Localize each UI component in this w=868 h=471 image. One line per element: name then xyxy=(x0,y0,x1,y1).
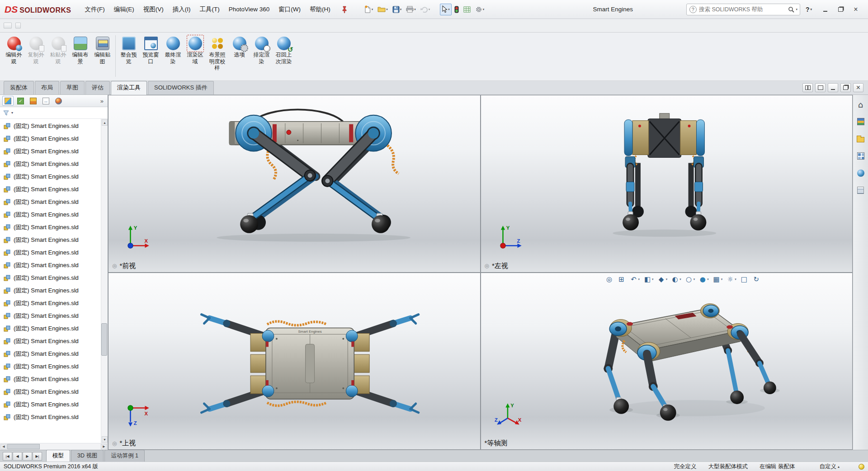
customize-menu[interactable]: 自定义 ▴ xyxy=(819,463,840,471)
tab-scroll-button[interactable]: |◀ xyxy=(3,452,12,461)
graphics-window-control[interactable] xyxy=(853,83,863,92)
tree-item[interactable]: (固定) Smart Engines.sld xyxy=(0,272,101,284)
feature-manager-tab-displaymanager[interactable] xyxy=(53,96,64,106)
tree-item[interactable]: (固定) Smart Engines.sld xyxy=(0,132,101,145)
menu-item[interactable]: 文件(F) xyxy=(80,4,109,15)
scrollbar-thumb[interactable] xyxy=(101,323,107,356)
menu-item[interactable]: 视图(V) xyxy=(139,4,168,15)
window-control-button[interactable] xyxy=(817,3,833,16)
ribbon-button[interactable]: 整合预览 xyxy=(118,34,140,79)
ribbon-button[interactable]: 粘贴外观 xyxy=(47,34,69,79)
command-tab[interactable]: 装配体 xyxy=(4,81,34,94)
ribbon-button[interactable]: 渲染区域 xyxy=(184,34,206,79)
scroll-right-arrow[interactable]: ▶ xyxy=(101,444,107,449)
tree-item[interactable]: (固定) Smart Engines.sld xyxy=(0,196,101,208)
filter-funnel-icon[interactable] xyxy=(3,110,9,116)
menu-item[interactable]: 插入(I) xyxy=(168,4,195,15)
save-button[interactable]: ▾ xyxy=(391,4,404,15)
options-button[interactable]: ▾ xyxy=(473,4,486,15)
window-control-button[interactable] xyxy=(833,3,848,16)
filter-dropdown-caret[interactable]: ▾ xyxy=(11,111,13,115)
command-tab[interactable]: 布局 xyxy=(35,81,59,94)
tab-scroll-button[interactable]: ▶ xyxy=(23,452,32,461)
command-tab[interactable]: 评估 xyxy=(85,81,110,94)
scroll-down-arrow[interactable]: ▼ xyxy=(102,436,108,443)
tree-item[interactable]: (固定) Smart Engines.sld xyxy=(0,246,101,259)
tree-item[interactable]: (固定) Smart Engines.sld xyxy=(0,386,101,398)
search-input[interactable] xyxy=(699,6,786,13)
help-button[interactable]: ?▾ xyxy=(806,6,812,13)
document-tab[interactable]: 运动算例 1 xyxy=(104,450,144,462)
scrollbar-thumb[interactable] xyxy=(7,444,40,449)
tree-item[interactable]: (固定) Smart Engines.sld xyxy=(0,158,101,170)
menu-item[interactable]: 窗口(W) xyxy=(274,4,305,15)
document-tab[interactable]: 模型 xyxy=(46,450,70,462)
ribbon-button[interactable]: 复制外观 xyxy=(25,34,47,79)
tree-vertical-scrollbar[interactable]: ▲ ▼ xyxy=(101,119,108,443)
task-pane-button[interactable] xyxy=(855,184,867,196)
viewport-top[interactable]: Smart Engines X Z ◎ *上视 xyxy=(108,273,480,450)
viewport-left[interactable]: Y Z ◎ *左视 xyxy=(481,95,853,272)
menu-item[interactable]: 帮助(H) xyxy=(305,4,335,15)
graphics-window-control[interactable] xyxy=(802,83,813,92)
search-dropdown-caret[interactable]: ▾ xyxy=(796,8,797,11)
task-pane-button[interactable] xyxy=(855,99,867,110)
print-button[interactable]: ▾ xyxy=(404,4,418,15)
tree-item[interactable]: (固定) Smart Engines.sld xyxy=(0,120,101,132)
document-tab[interactable]: 3D 视图 xyxy=(71,450,104,462)
feature-manager-tab-featuremanager-tree[interactable] xyxy=(2,96,14,106)
task-pane-button[interactable] xyxy=(855,150,867,162)
ribbon-button[interactable]: 布景照明度校样 xyxy=(206,34,228,79)
evaluate-table-button[interactable] xyxy=(462,4,472,15)
viewport-front[interactable]: Y X ◎ *前视 xyxy=(108,95,480,272)
tab-scroll-button[interactable]: ◀ xyxy=(13,452,22,461)
tree-item[interactable]: (固定) Smart Engines.sld xyxy=(0,234,101,246)
graphics-window-control[interactable] xyxy=(828,83,838,92)
window-control-button[interactable] xyxy=(848,3,863,16)
graphics-window-control[interactable] xyxy=(815,83,826,92)
feature-manager-tab-configurationmanager[interactable] xyxy=(28,96,39,106)
new-document-button[interactable]: ▾ xyxy=(362,4,375,15)
tree-item[interactable]: (固定) Smart Engines.sld xyxy=(0,284,101,297)
task-pane-button[interactable] xyxy=(855,116,867,127)
ribbon-button[interactable]: 排定渲染 xyxy=(250,34,273,79)
feature-manager-tab-dimxpertmanager[interactable] xyxy=(40,96,52,106)
command-tab[interactable]: 渲染工具 xyxy=(111,81,147,95)
tree-item[interactable]: (固定) Smart Engines.sld xyxy=(0,208,101,221)
tree-item[interactable]: (固定) Smart Engines.sld xyxy=(0,411,101,424)
pin-menu-button[interactable] xyxy=(340,5,349,14)
breadcrumb-icon[interactable] xyxy=(15,23,21,28)
tree-item[interactable]: (固定) Smart Engines.sld xyxy=(0,170,101,183)
ribbon-button[interactable]: 召回上次渲染 xyxy=(273,34,295,79)
menu-item[interactable]: 工具(T) xyxy=(195,4,224,15)
select-tool-button[interactable]: ▾ xyxy=(440,4,452,15)
graphics-window-control[interactable] xyxy=(840,83,851,92)
undo-button[interactable]: ▾ xyxy=(419,4,432,15)
tree-item[interactable]: (固定) Smart Engines.sld xyxy=(0,373,101,386)
tree-item[interactable]: (固定) Smart Engines.sld xyxy=(0,310,101,322)
task-pane-button[interactable] xyxy=(855,133,867,145)
ribbon-button[interactable]: 编辑布景 xyxy=(69,34,91,79)
viewport-isometric[interactable]: Y X Z *等轴测 xyxy=(481,273,853,450)
tree-item[interactable]: (固定) Smart Engines.sld xyxy=(0,348,101,360)
ribbon-button[interactable]: 编辑贴图 xyxy=(91,34,113,79)
tree-item[interactable]: (固定) Smart Engines.sld xyxy=(0,183,101,196)
tree-horizontal-scrollbar[interactable]: ◀ ▶ xyxy=(0,443,108,450)
menu-item[interactable]: PhotoView 360 xyxy=(224,4,274,15)
ribbon-button[interactable]: 预览窗口 xyxy=(140,34,162,79)
tree-item[interactable]: (固定) Smart Engines.sld xyxy=(0,360,101,373)
command-tab[interactable]: SOLIDWORKS 插件 xyxy=(148,81,214,94)
tree-item[interactable]: (固定) Smart Engines.sld xyxy=(0,297,101,310)
tree-item[interactable]: (固定) Smart Engines.sld xyxy=(0,145,101,158)
tab-scroll-button[interactable]: ▶| xyxy=(33,452,42,461)
ribbon-button[interactable]: 选项 xyxy=(228,34,250,79)
ribbon-button[interactable]: 最终渲染 xyxy=(162,34,184,79)
feature-manager-tab-propertymanager[interactable] xyxy=(15,96,26,106)
tree-item[interactable]: (固定) Smart Engines.sld xyxy=(0,259,101,272)
rebuild-button[interactable] xyxy=(453,4,461,15)
menu-item[interactable]: 编辑(E) xyxy=(109,4,139,15)
tree-item[interactable]: (固定) Smart Engines.sld xyxy=(0,322,101,335)
task-pane-button[interactable] xyxy=(855,167,867,179)
command-tab[interactable]: 草图 xyxy=(60,81,85,94)
open-document-button[interactable]: ▾ xyxy=(376,4,390,15)
